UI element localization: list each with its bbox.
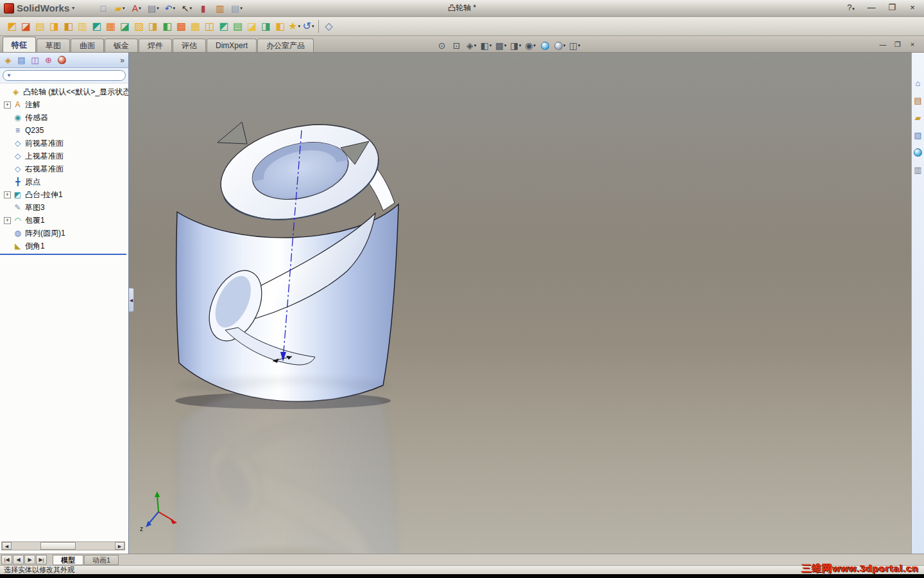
feature-tool-4-icon[interactable]: ◨ (47, 19, 61, 34)
dropdown-caret-icon[interactable]: ▾ (533, 43, 536, 48)
feature-tool-9-icon[interactable]: ◪ (118, 19, 132, 34)
feature-tool-1-icon[interactable]: ◩ (5, 19, 19, 34)
scroll-left-arrow[interactable]: ◀ (2, 542, 12, 550)
doc-restore-button[interactable]: ❐ (893, 39, 903, 49)
command-tab[interactable]: 特征 (3, 37, 36, 52)
command-tab[interactable]: DimXpert (207, 39, 257, 52)
appearances-scenes-icon[interactable] (912, 146, 924, 158)
feature-tree-item[interactable]: ◍阵列(圆周)1 (0, 227, 128, 240)
undo-icon[interactable]: ↶▾ (163, 1, 176, 16)
dropdown-caret-icon[interactable]: ▾ (490, 43, 492, 48)
view-palette-icon[interactable]: ▧ (912, 129, 924, 141)
select-icon[interactable]: ↖▾ (180, 1, 193, 16)
feature-tool-10-icon[interactable]: ▧ (132, 19, 146, 34)
dropdown-caret-icon[interactable]: ▾ (240, 6, 243, 11)
model-3d-view[interactable]: z (129, 53, 911, 554)
design-library-icon[interactable]: ▤ (912, 94, 924, 106)
feature-tree-item[interactable]: ◇上视基准面 (0, 150, 128, 162)
feature-tool-14-icon[interactable]: ▦ (189, 19, 202, 34)
command-tab[interactable]: 焊件 (139, 39, 172, 52)
command-tab[interactable]: 钣金 (105, 39, 138, 52)
chevron-down-icon[interactable]: ▾ (72, 5, 74, 11)
feature-tree-item[interactable]: +◠包覆1 (0, 214, 128, 227)
reference-geometry-icon[interactable]: ◇ (322, 19, 336, 34)
display-style-icon[interactable]: ◨▾ (509, 38, 522, 53)
close-button[interactable]: × (905, 1, 920, 14)
feature-tree-item[interactable]: ◇右视基准面 (0, 162, 128, 175)
feature-tree-item[interactable]: +◩凸台-拉伸1 (0, 188, 128, 201)
panel-splitter-arrow[interactable]: ◀ (129, 288, 134, 312)
feature-tool-12-icon[interactable]: ◧ (160, 19, 174, 34)
toggle-bar-icon[interactable]: ▮ (196, 1, 210, 16)
feature-tool-2-icon[interactable]: ◪ (19, 19, 33, 34)
dropdown-caret-icon[interactable]: ▾ (139, 6, 141, 11)
feature-tool-19-icon[interactable]: ◨ (259, 19, 273, 34)
annotation-note-icon[interactable]: ▤▾ (230, 1, 243, 16)
feature-tool-6-icon[interactable]: ▥ (76, 19, 89, 34)
open-icon[interactable]: ▰▾ (113, 1, 126, 16)
feature-tool-8-icon[interactable]: ▦ (104, 19, 117, 34)
dropdown-caret-icon[interactable]: ▾ (173, 6, 175, 11)
view-settings-icon[interactable]: ◫▾ (568, 38, 581, 53)
dropdown-caret-icon[interactable]: ▾ (189, 6, 192, 11)
magic-wand-icon[interactable]: ★▾ (287, 19, 301, 34)
displaymanager-tab-icon[interactable] (56, 54, 68, 67)
view-orientation-icon[interactable]: ▦▾ (494, 38, 508, 53)
graphics-viewport[interactable]: z (129, 53, 911, 554)
minimize-button[interactable]: — (864, 1, 879, 14)
feature-tool-16-icon[interactable]: ◩ (217, 19, 230, 34)
help-button[interactable]: ?▾ (843, 1, 859, 14)
feature-tree-item[interactable]: ≡Q235 (0, 124, 128, 137)
sheet-tab[interactable]: 动画1 (84, 555, 119, 565)
first-sheet-button[interactable]: |◀ (1, 555, 12, 565)
section-view-icon[interactable]: ◧▾ (479, 38, 493, 53)
hide-show-items-icon[interactable]: ◉▾ (524, 38, 537, 53)
new-document-icon[interactable]: □ (96, 1, 110, 16)
feature-tool-15-icon[interactable]: ◫ (203, 19, 216, 34)
command-tab[interactable]: 评估 (173, 39, 206, 52)
zoom-area-icon[interactable]: ⊡ (450, 38, 463, 53)
dimxpertmanager-tab-icon[interactable]: ⊕ (42, 54, 55, 67)
tree-filter-input[interactable] (3, 70, 126, 81)
command-tab[interactable]: 办公室产品 (257, 39, 314, 52)
spline-tool-icon[interactable]: ↺▾ (302, 19, 315, 34)
feature-tool-17-icon[interactable]: ▤ (231, 19, 244, 34)
feature-tool-20-icon[interactable]: ◧ (273, 19, 287, 34)
command-tab[interactable]: 草图 (37, 39, 70, 52)
dropdown-caret-icon[interactable]: ▾ (312, 24, 314, 29)
file-explorer-icon[interactable]: ▰ (912, 112, 924, 123)
feature-tree-root[interactable]: ◈凸轮轴 (默认<<默认>_显示状态 (0, 85, 128, 98)
print-icon[interactable]: ▤▾ (146, 1, 160, 16)
feature-tree-item[interactable]: ✎草图3 (0, 201, 128, 214)
edit-appearance-icon[interactable] (538, 38, 552, 53)
rollback-bar[interactable] (0, 254, 126, 255)
feature-tree-item[interactable]: ◣倒角1 (0, 240, 128, 252)
propertymanager-tab-icon[interactable]: ▤ (15, 54, 28, 67)
scroll-thumb[interactable] (40, 542, 76, 550)
feature-tree-item[interactable]: ◉传感器 (0, 111, 128, 124)
feature-tool-5-icon[interactable]: ◧ (62, 19, 75, 34)
feature-tool-18-icon[interactable]: ◪ (245, 19, 259, 34)
prev-sheet-button[interactable]: ◀ (13, 555, 24, 565)
command-tab[interactable]: 曲面 (71, 39, 104, 52)
feature-tool-11-icon[interactable]: ◨ (146, 19, 160, 34)
last-sheet-button[interactable]: ▶| (36, 555, 47, 565)
dropdown-caret-icon[interactable]: ▾ (298, 24, 300, 29)
feature-tree-item[interactable]: ◇前视基准面 (0, 137, 128, 150)
restore-button[interactable]: ❐ (884, 1, 900, 14)
dropdown-caret-icon[interactable]: ▾ (519, 43, 522, 48)
doc-close-button[interactable]: × (907, 39, 918, 49)
feature-tree-item[interactable]: ╋原点 (0, 175, 128, 188)
dropdown-caret-icon[interactable]: ▾ (474, 43, 477, 48)
reference-book-icon[interactable]: ▥ (213, 1, 227, 16)
dropdown-caret-icon[interactable]: ▾ (563, 43, 566, 48)
dropdown-caret-icon[interactable]: ▾ (123, 6, 125, 11)
zoom-fit-icon[interactable]: ⊙ (435, 38, 449, 53)
spell-check-icon[interactable]: A▾ (130, 1, 143, 16)
featuremanager-tab-icon[interactable]: ◈ (2, 54, 14, 67)
panel-expand-chevron[interactable]: » (120, 56, 126, 65)
dropdown-caret-icon[interactable]: ▾ (504, 43, 507, 48)
scroll-right-arrow[interactable]: ▶ (115, 542, 124, 550)
zoom-selection-icon[interactable]: ◈▾ (465, 38, 478, 53)
feature-tool-7-icon[interactable]: ◩ (90, 19, 103, 34)
